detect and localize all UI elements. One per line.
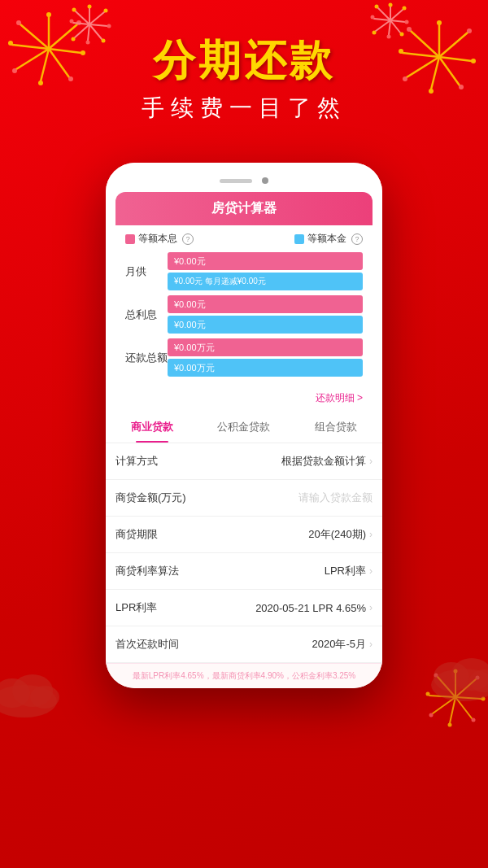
form-row-calculation-method[interactable]: 计算方式 根据贷款金额计算 ›: [106, 443, 382, 480]
arrow-loan-term: ›: [369, 529, 373, 540]
arrow-calculation-method: ›: [369, 456, 373, 467]
form-value-loan-amount: 请输入贷款金额: [298, 491, 373, 505]
calculator-header: 房贷计算器: [115, 192, 373, 225]
bottom-note: 最新LPR利率4.65%，最新商贷利率4.90%，公积金利率3.25%: [106, 663, 382, 688]
form-section: 计算方式 根据贷款金额计算 › 商贷金额(万元) 请输入贷款金额 商贷期限 20…: [106, 443, 382, 663]
form-row-loan-amount[interactable]: 商贷金额(万元) 请输入贷款金额: [106, 480, 382, 517]
svg-line-53: [376, 20, 390, 31]
phone-top-bar: [106, 163, 382, 192]
total-repayment-red-bar: ¥0.00万元: [168, 338, 363, 356]
arrow-first-payment: ›: [369, 639, 373, 650]
legend-equal-principal-interest: 等额本息 ?: [125, 232, 194, 246]
form-row-interest-method[interactable]: 商贷利率算法 LPR利率 ›: [106, 553, 382, 590]
svg-line-49: [390, 10, 403, 20]
svg-point-77: [429, 713, 434, 718]
monthly-payment-blue-bar: ¥0.00元 每月递减¥0.00元: [168, 273, 363, 290]
total-repayment-blue-bar: ¥0.00万元: [168, 359, 363, 377]
svg-point-15: [16, 20, 21, 25]
phone-speaker: [220, 179, 252, 183]
svg-point-62: [371, 15, 375, 20]
svg-point-76: [448, 723, 452, 727]
form-value-lpr-rate: 2020-05-21 LPR 4.65%: [255, 602, 366, 614]
repay-detail-link[interactable]: 还款明细 >: [115, 388, 373, 412]
svg-line-51: [390, 20, 400, 33]
svg-point-47: [407, 27, 412, 32]
monthly-payment-bars: ¥0.00元 ¥0.00元 每月递减¥0.00元: [168, 252, 363, 290]
svg-point-24: [88, 5, 92, 9]
monthly-payment-label: 月供: [125, 264, 168, 279]
legend-equal-principal: 等额本金 ?: [294, 232, 363, 246]
total-interest-row: 总利息 ¥0.00元 ¥0.00元: [125, 295, 363, 334]
form-label-first-payment: 首次还款时间: [115, 637, 312, 652]
calculator-card: 房贷计算器 等额本息 ? 等额本金 ? 月供 ¥0.00元 ¥0.00元 每月递…: [115, 192, 373, 412]
tab-commercial-loan[interactable]: 商业贷款: [106, 412, 198, 443]
form-value-first-payment: 2020年-5月: [312, 637, 366, 652]
monthly-payment-row: 月供 ¥0.00元 ¥0.00元 每月递减¥0.00元: [125, 252, 363, 290]
total-interest-red-bar: ¥0.00元: [168, 295, 363, 313]
svg-line-50: [390, 20, 405, 22]
help-epi-icon[interactable]: ?: [182, 233, 194, 245]
calculator-legend: 等额本息 ? 等额本金 ?: [115, 225, 373, 252]
svg-point-57: [403, 7, 407, 11]
svg-point-56: [389, 3, 393, 7]
svg-point-40: [437, 20, 442, 25]
result-section: 月供 ¥0.00元 ¥0.00元 每月递减¥0.00元 总利息 ¥0.00元 ¥…: [115, 252, 373, 388]
total-repayment-label: 还款总额: [125, 351, 168, 365]
svg-point-25: [104, 9, 108, 13]
total-interest-bars: ¥0.00元 ¥0.00元: [168, 295, 363, 334]
total-repayment-bars: ¥0.00万元 ¥0.00万元: [168, 338, 363, 377]
form-row-lpr-rate[interactable]: LPR利率 2020-05-21 LPR 4.65% ›: [106, 590, 382, 626]
monthly-payment-red-bar: ¥0.00元: [168, 252, 363, 270]
legend-dot-red: [125, 234, 135, 244]
svg-point-26: [107, 24, 111, 28]
legend-ep-label: 等额本金: [307, 232, 346, 246]
svg-point-63: [375, 5, 379, 9]
form-label-loan-term: 商贷期限: [115, 527, 308, 542]
legend-dot-blue: [294, 234, 304, 244]
phone-mockup: 房贷计算器 等额本息 ? 等额本金 ? 月供 ¥0.00元 ¥0.00元 每月递…: [106, 163, 382, 688]
svg-line-18: [89, 24, 107, 26]
form-label-interest-method: 商贷利率算法: [115, 564, 325, 578]
tab-combined-loan[interactable]: 组合贷款: [290, 412, 382, 443]
cloud-right-icon: [423, 640, 488, 705]
form-value-calculation-method: 根据贷款金额计算: [281, 454, 366, 469]
form-label-loan-amount: 商贷金额(万元): [115, 491, 298, 505]
header-area: 分期还款 手续费一目了然: [0, 33, 488, 124]
legend-epi-label: 等额本息: [138, 232, 177, 246]
cloud-left-icon: [0, 656, 65, 722]
form-row-first-payment[interactable]: 首次还款时间 2020年-5月 ›: [106, 626, 382, 663]
svg-point-8: [46, 12, 51, 17]
loan-tabs: 商业贷款 公积金贷款 组合贷款: [106, 412, 382, 443]
form-value-loan-term: 20年(240期): [308, 527, 366, 542]
phone-camera: [262, 177, 268, 184]
svg-point-83: [30, 686, 59, 709]
form-row-loan-term[interactable]: 商贷期限 20年(240期) ›: [106, 517, 382, 553]
form-label-lpr-rate: LPR利率: [115, 600, 255, 615]
total-interest-label: 总利息: [125, 308, 168, 322]
svg-line-17: [89, 12, 104, 24]
form-value-interest-method: LPR利率: [325, 564, 366, 578]
form-label-calculation-method: 计算方式: [115, 454, 281, 469]
total-repayment-row: 还款总额 ¥0.00万元 ¥0.00万元: [125, 338, 363, 377]
tab-provident-fund[interactable]: 公积金贷款: [198, 412, 290, 443]
header-subtitle: 手续费一目了然: [0, 93, 488, 124]
header-title: 分期还款: [0, 33, 488, 89]
svg-point-75: [472, 718, 476, 722]
svg-point-58: [405, 20, 409, 24]
help-ep-icon[interactable]: ?: [351, 233, 363, 245]
svg-point-30: [70, 20, 74, 24]
arrow-interest-method: ›: [369, 565, 373, 577]
svg-point-31: [72, 8, 76, 12]
arrow-lpr-rate: ›: [369, 602, 373, 613]
total-interest-blue-bar: ¥0.00元: [168, 316, 363, 334]
